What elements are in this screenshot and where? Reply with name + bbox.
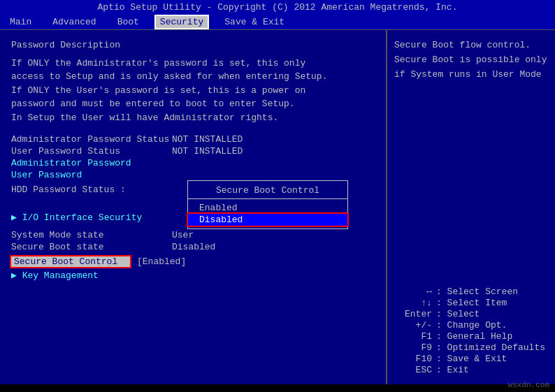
key-row: F9: Optimized Defaults: [394, 342, 548, 353]
dropdown-option-enabled[interactable]: Enabled: [188, 202, 347, 214]
key-desc: : Optimized Defaults: [436, 342, 545, 353]
key-name: ↔: [394, 286, 436, 297]
key-name: F9: [394, 342, 436, 353]
key-row: +/-: Change Opt.: [394, 320, 548, 331]
help-text: Secure Boot flow control. Secure Boot is…: [394, 38, 548, 82]
menu-item-main[interactable]: Main: [6, 16, 36, 28]
key-desc: : Exit: [436, 365, 469, 375]
secure-boot-dropdown: Secure Boot Control Enabled Disabled: [187, 180, 348, 229]
key-desc: : Select: [436, 309, 480, 319]
menu-bar: MainAdvancedBootSecuritySave & Exit: [0, 15, 555, 30]
title-bar: Aptio Setup Utility - Copyright (C) 2012…: [0, 0, 555, 15]
right-panel: Secure Boot flow control. Secure Boot is…: [387, 30, 555, 384]
dropdown-option-disabled[interactable]: Disabled: [188, 214, 347, 226]
key-row: F10: Save & Exit: [394, 354, 548, 364]
admin-password-status-label: Administrator Password Status: [11, 134, 172, 145]
admin-password-link[interactable]: Administrator Password: [11, 158, 375, 168]
admin-password-status-row: Administrator Password Status NOT INSTAL…: [11, 134, 375, 145]
key-name: ESC: [394, 365, 436, 375]
system-mode-row: System Mode state User: [11, 230, 375, 240]
hdd-password-label: HDD Password Status :: [11, 184, 172, 195]
desc-title: Password Description: [11, 40, 120, 50]
title-text: Aptio Setup Utility - Copyright (C) 2012…: [98, 2, 458, 13]
key-row: ESC: Exit: [394, 365, 548, 375]
key-desc: : Select Screen: [436, 286, 518, 297]
secure-boot-control-row: Secure Boot Control [Enabled]: [11, 256, 375, 267]
menu-item-advanced[interactable]: Advanced: [48, 16, 100, 28]
dropdown-title: Secure Boot Control: [188, 184, 347, 199]
key-desc: : Change Opt.: [436, 320, 507, 331]
secure-boot-state-row: Secure Boot state Disabled: [11, 242, 375, 252]
password-description: Password Description: [11, 38, 375, 52]
key-row: Enter: Select: [394, 309, 548, 319]
user-password-status-row: User Password Status NOT INSTALLED: [11, 146, 375, 157]
secure-boot-control-label[interactable]: Secure Boot Control: [11, 256, 130, 267]
key-row: ↔: Select Screen: [394, 286, 548, 297]
secure-boot-state-label: Secure Boot state: [11, 242, 172, 252]
key-name: F10: [394, 354, 436, 364]
system-mode-label: System Mode state: [11, 230, 172, 240]
left-panel: Password Description If ONLY the Adminis…: [0, 30, 387, 384]
system-mode-value: User: [172, 230, 194, 240]
key-row: F1: General Help: [394, 331, 548, 342]
key-management-link[interactable]: Key Management: [11, 270, 375, 281]
secure-boot-state-value: Disabled: [172, 242, 215, 252]
key-row: ↑↓: Select Item: [394, 298, 548, 308]
menu-item-save-&-exit[interactable]: Save & Exit: [220, 16, 289, 28]
key-name: F1: [394, 331, 436, 342]
user-password-link[interactable]: User Password: [11, 170, 375, 180]
key-name: Enter: [394, 309, 436, 319]
key-name: ↑↓: [394, 298, 436, 308]
watermark: wsxdn.com: [508, 381, 549, 389]
menu-item-security[interactable]: Security: [156, 16, 208, 28]
main-content: Password Description If ONLY the Adminis…: [0, 30, 555, 384]
key-desc: : Select Item: [436, 298, 507, 308]
user-password-status-label: User Password Status: [11, 146, 172, 157]
admin-password-status-value: NOT INSTALLED: [172, 134, 243, 145]
key-name: +/-: [394, 320, 436, 331]
key-help: ↔: Select Screen↑↓: Select ItemEnter: Se…: [394, 286, 548, 376]
key-desc: : General Help: [436, 331, 512, 342]
user-password-status-value: NOT INSTALLED: [172, 146, 243, 157]
description-text: If ONLY the Administrator's password is …: [11, 57, 375, 125]
secure-boot-control-value: [Enabled]: [130, 256, 186, 267]
key-desc: : Save & Exit: [436, 354, 507, 364]
menu-item-boot[interactable]: Boot: [113, 16, 143, 28]
